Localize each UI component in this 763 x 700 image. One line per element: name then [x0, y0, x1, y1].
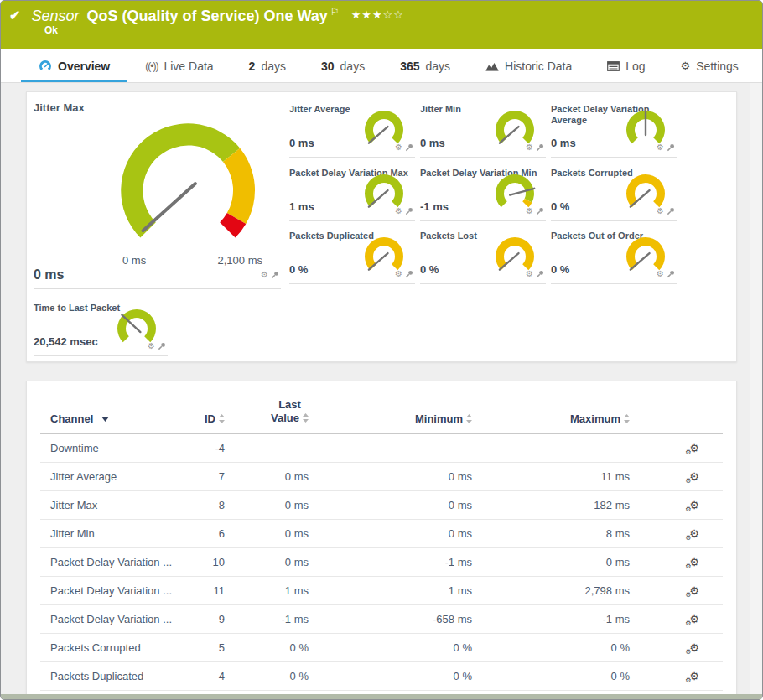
table-row[interactable]: Packet Delay Variation ...9-1 ms-658 ms-…	[40, 605, 723, 634]
channel-settings-icon[interactable]: ⚙⚙	[689, 442, 699, 454]
big-gauge-block: Jitter Max 0 ms 2,100 ms 0 ms ⚙	[34, 99, 281, 289]
gauge-settings-icon[interactable]: ⚙	[148, 342, 155, 350]
channel-settings-icon[interactable]: ⚙⚙	[689, 556, 699, 568]
gauge-pin-icon[interactable]	[405, 270, 413, 278]
gauge-pin-icon[interactable]	[405, 143, 413, 152]
column-header-id[interactable]: ID	[179, 412, 225, 425]
cell-channel[interactable]: Packet Delay Variation ...	[40, 584, 179, 597]
footer-strip	[1, 694, 762, 699]
gauge-pin-icon[interactable]	[405, 207, 413, 215]
gauge-settings-icon[interactable]: ⚙	[657, 143, 664, 152]
scrollbar[interactable]	[750, 83, 762, 699]
column-header-minimum[interactable]: Minimum	[309, 412, 472, 425]
gauge-pin-icon[interactable]	[536, 207, 544, 215]
gauge-value: 0 ms	[551, 137, 576, 149]
tab-settings[interactable]: ⚙Settings	[663, 49, 756, 82]
table-row[interactable]: Jitter Max80 ms0 ms182 ms⚙⚙	[40, 491, 723, 520]
gauges-card: Jitter Max 0 ms 2,100 ms 0 ms ⚙ Jitter A…	[26, 91, 737, 362]
channel-settings-icon[interactable]: ⚙⚙	[689, 641, 699, 654]
cell-minimum: 0 %	[309, 670, 472, 682]
gauge-tile: Jitter Min0 ms⚙	[420, 99, 546, 158]
gauge-tile: Packets Duplicated0 %⚙	[289, 226, 415, 284]
table-row[interactable]: Jitter Min60 ms0 ms8 ms⚙⚙	[40, 520, 723, 548]
gauge-value: 0 %	[551, 200, 569, 213]
stars-filled: ★★★	[351, 8, 383, 21]
gauge-value: 20,542 msec	[34, 335, 98, 348]
channel-settings-icon[interactable]: ⚙⚙	[689, 527, 699, 540]
gauge-pin-icon[interactable]	[667, 270, 675, 278]
gauge-pin-icon[interactable]	[536, 270, 544, 278]
sort-icon[interactable]	[303, 413, 309, 423]
tab-365-days[interactable]: 365days	[382, 49, 468, 82]
tab-log[interactable]: Log	[589, 49, 662, 82]
cell-channel[interactable]: Jitter Average	[40, 470, 179, 483]
table-row[interactable]: Packets Duplicated40 %0 %0 %⚙⚙	[40, 662, 723, 691]
column-header-maximum[interactable]: Maximum	[472, 412, 630, 425]
cell-channel[interactable]: Packets Duplicated	[40, 670, 179, 682]
tab-historic-data[interactable]: Historic Data	[468, 49, 589, 82]
cell-maximum: 8 ms	[472, 527, 630, 540]
gauge-title: Jitter Max	[34, 99, 281, 115]
gauge-pin-icon[interactable]	[667, 207, 675, 215]
cell-minimum: -1 ms	[309, 556, 472, 568]
tab-30-days[interactable]: 30days	[304, 49, 382, 82]
tab-2-days[interactable]: 2days	[231, 49, 304, 82]
channel-settings-icon[interactable]: ⚙⚙	[689, 584, 699, 597]
gauge-settings-icon[interactable]: ⚙	[395, 207, 402, 215]
cell-channel[interactable]: Packet Delay Variation ...	[40, 556, 179, 568]
table-row[interactable]: Packet Delay Variation ...100 ms-1 ms0 m…	[40, 548, 723, 577]
cell-last-value: 0 ms	[225, 527, 309, 540]
channel-settings-icon[interactable]: ⚙⚙	[689, 470, 699, 483]
cell-channel[interactable]: Packets Corrupted	[40, 641, 179, 654]
gauge-pin-icon[interactable]	[271, 271, 279, 279]
cell-id: -4	[179, 442, 225, 454]
tab-label: Live Data	[164, 60, 213, 73]
flag-icon[interactable]: ⚐	[330, 6, 340, 18]
priority-stars[interactable]: ★★★☆☆	[351, 8, 404, 21]
gauge-settings-icon[interactable]: ⚙	[657, 270, 664, 278]
sort-icon[interactable]	[219, 414, 225, 423]
cell-minimum: -658 ms	[309, 613, 472, 625]
table-row[interactable]: Jitter Average70 ms0 ms11 ms⚙⚙	[40, 463, 723, 491]
cell-maximum: 0 ms	[472, 556, 630, 568]
table-row[interactable]: Packet Delay Variation ...111 ms1 ms2,79…	[40, 577, 723, 605]
cell-id: 10	[179, 556, 225, 568]
gauge-value: 0 ms	[34, 267, 64, 283]
gauge-value: 1 ms	[289, 200, 314, 213]
tab-range-number: 2	[249, 60, 256, 73]
channel-settings-icon[interactable]: ⚙⚙	[689, 613, 699, 625]
column-header-last-value[interactable]: LastValue	[225, 398, 309, 426]
table-row[interactable]: Downtime-4⚙⚙	[40, 434, 723, 463]
sort-icon[interactable]	[466, 414, 472, 423]
cell-maximum: -1 ms	[472, 613, 630, 625]
gauge-settings-icon[interactable]: ⚙	[526, 270, 533, 278]
gauge-pin-icon[interactable]	[667, 143, 675, 152]
gauge-settings-icon[interactable]: ⚙	[395, 270, 402, 278]
gauge-settings-icon[interactable]: ⚙	[526, 207, 533, 215]
gauge-settings-icon[interactable]: ⚙	[261, 271, 268, 279]
channel-settings-icon[interactable]: ⚙⚙	[689, 670, 699, 682]
tab-overview[interactable]: Overview	[21, 49, 127, 82]
channel-settings-icon[interactable]: ⚙⚙	[689, 499, 699, 511]
gauge-settings-icon[interactable]: ⚙	[526, 143, 533, 152]
tab-bar: Overview((•))Live Data2days30days365days…	[1, 49, 762, 83]
gauge-settings-icon[interactable]: ⚙	[657, 207, 664, 215]
cell-channel[interactable]: Downtime	[40, 442, 179, 454]
gauge-pin-icon[interactable]	[158, 342, 166, 350]
column-header-channel[interactable]: Channel	[40, 412, 179, 425]
gauge-settings-icon[interactable]: ⚙	[395, 143, 402, 152]
cell-channel[interactable]: Jitter Min	[40, 527, 179, 540]
tab-label: Log	[625, 60, 645, 73]
cell-maximum: 2,798 ms	[472, 584, 630, 597]
gauge-pin-icon[interactable]	[536, 143, 544, 152]
sort-desc-icon[interactable]	[101, 417, 109, 422]
cell-channel[interactable]: Jitter Max	[40, 499, 179, 511]
cell-id: 11	[179, 584, 225, 597]
cell-maximum: 0 %	[472, 641, 630, 654]
big-gauge-dial-wrap: 0 ms 2,100 ms	[100, 115, 276, 267]
sort-icon[interactable]	[624, 414, 630, 423]
cell-last-value: 0 %	[225, 670, 309, 682]
cell-channel[interactable]: Packet Delay Variation ...	[40, 613, 179, 625]
table-row[interactable]: Packets Corrupted50 %0 %0 %⚙⚙	[40, 634, 723, 662]
tab-live-data[interactable]: ((•))Live Data	[127, 49, 231, 82]
